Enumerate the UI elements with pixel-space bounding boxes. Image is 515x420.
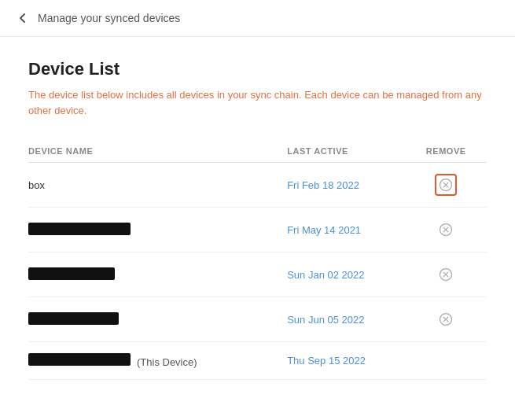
remove-cell xyxy=(414,163,487,208)
device-table: DEVICE NAME LAST ACTIVE REMOVE boxFri Fe… xyxy=(28,140,487,380)
remove-device-button[interactable] xyxy=(435,219,457,241)
remove-cell xyxy=(414,208,487,252)
this-device-label: (This Device) xyxy=(137,356,197,368)
col-header-remove: REMOVE xyxy=(414,140,487,163)
redacted-device-name xyxy=(28,267,115,280)
device-name-cell: (This Device) xyxy=(28,342,287,380)
redacted-device-name xyxy=(28,353,131,366)
remove-device-button[interactable] xyxy=(435,308,457,330)
remove-cell xyxy=(414,252,487,297)
device-name-cell xyxy=(28,208,287,252)
last-active-cell: Thu Sep 15 2022 xyxy=(287,342,414,380)
redacted-device-name xyxy=(28,223,131,235)
table-row: Sun Jan 02 2022 xyxy=(28,252,487,297)
remove-cell xyxy=(414,342,487,380)
col-header-device-name: DEVICE NAME xyxy=(28,140,287,163)
device-name-text: box xyxy=(28,179,45,191)
page-description: The device list below includes all devic… xyxy=(28,87,484,118)
redacted-device-name xyxy=(28,312,119,325)
device-name-cell xyxy=(28,252,287,297)
device-name-cell xyxy=(28,297,287,342)
main-content: Device List The device list below includ… xyxy=(0,37,515,402)
remove-device-button[interactable] xyxy=(435,174,457,196)
page-title: Device List xyxy=(28,59,487,79)
back-button[interactable] xyxy=(16,11,30,25)
table-row: (This Device)Thu Sep 15 2022 xyxy=(28,342,487,380)
table-row: boxFri Feb 18 2022 xyxy=(28,163,487,208)
last-active-cell: Fri May 14 2021 xyxy=(287,208,414,252)
col-header-last-active: LAST ACTIVE xyxy=(287,140,414,163)
last-active-cell: Sun Jan 02 2022 xyxy=(287,252,414,297)
remove-cell xyxy=(414,297,487,342)
top-bar-title: Manage your synced devices xyxy=(38,12,180,24)
remove-device-button[interactable] xyxy=(435,263,457,286)
last-active-cell: Sun Jun 05 2022 xyxy=(287,297,414,342)
last-active-cell: Fri Feb 18 2022 xyxy=(287,163,414,208)
table-row: Sun Jun 05 2022 xyxy=(28,297,487,342)
table-header-row: DEVICE NAME LAST ACTIVE REMOVE xyxy=(28,140,487,163)
top-bar: Manage your synced devices xyxy=(0,0,515,37)
device-name-cell: box xyxy=(28,163,287,208)
table-row: Fri May 14 2021 xyxy=(28,208,487,252)
footer-actions: View Sync Code Add New Device xyxy=(0,408,515,420)
